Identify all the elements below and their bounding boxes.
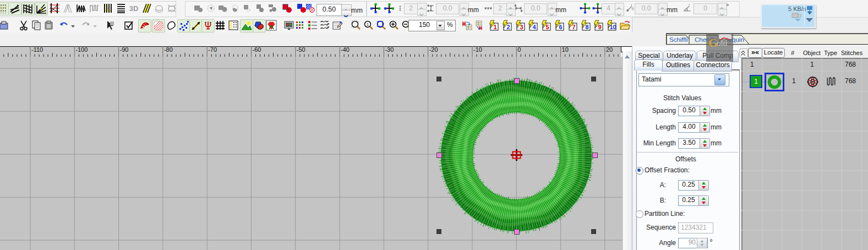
svg-text:-30: -30 <box>385 46 394 53</box>
svg-text:4: 4 <box>533 24 537 30</box>
svg-text:6: 6 <box>559 24 562 30</box>
svg-text:d: d <box>631 7 634 10</box>
svg-text:-60: -60 <box>253 46 261 53</box>
svg-text:10: 10 <box>610 24 616 30</box>
svg-text:-70: -70 <box>208 46 217 53</box>
svg-text:10: 10 <box>562 46 569 53</box>
svg-text:1: 1 <box>367 23 369 26</box>
svg-text:-40: -40 <box>341 46 350 53</box>
svg-text:-90: -90 <box>120 46 129 53</box>
svg-text:8: 8 <box>585 24 588 30</box>
svg-text:1: 1 <box>493 24 496 30</box>
svg-text:-80: -80 <box>164 46 173 53</box>
svg-text:-110: -110 <box>31 46 43 53</box>
svg-text:-20: -20 <box>429 46 438 53</box>
svg-text:-50: -50 <box>297 46 305 53</box>
svg-text:5: 5 <box>546 24 549 30</box>
svg-text:9: 9 <box>598 24 602 30</box>
svg-text:3: 3 <box>520 24 523 30</box>
svg-text:-10: -10 <box>473 46 482 53</box>
svg-text:2: 2 <box>506 24 510 30</box>
svg-text:Schiffli: Schiffli <box>669 36 688 43</box>
svg-text:3D: 3D <box>129 4 139 13</box>
svg-text:-100: -100 <box>75 46 88 53</box>
svg-text:0: 0 <box>517 46 521 53</box>
svg-text:7: 7 <box>572 24 575 30</box>
svg-text:20: 20 <box>606 46 613 53</box>
